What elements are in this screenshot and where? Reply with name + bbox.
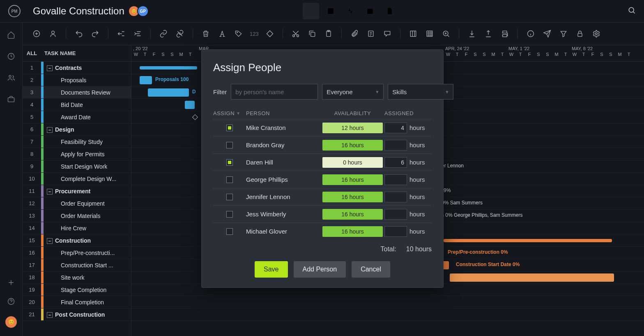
tag-icon[interactable] bbox=[233, 28, 244, 39]
paste-icon[interactable] bbox=[323, 28, 334, 39]
add-icon[interactable] bbox=[7, 278, 15, 288]
filter-icon[interactable] bbox=[558, 28, 569, 39]
gantt-bar[interactable] bbox=[148, 88, 189, 97]
trash-icon[interactable] bbox=[200, 28, 211, 39]
task-row[interactable]: 10Complete Design W... bbox=[23, 173, 131, 185]
assign-checkbox[interactable] bbox=[226, 194, 233, 200]
list-view-icon[interactable] bbox=[263, 3, 280, 19]
expand-icon[interactable]: − bbox=[47, 189, 53, 195]
column-availability[interactable]: AVAILABILITY bbox=[321, 110, 384, 116]
redo-icon[interactable] bbox=[90, 28, 101, 39]
add-circle-icon[interactable] bbox=[31, 28, 42, 39]
task-row[interactable]: 16Prep/Pre-constructi... bbox=[23, 247, 131, 259]
gantt-bar[interactable] bbox=[185, 101, 195, 109]
assign-checkbox[interactable] bbox=[226, 159, 233, 166]
outdent-icon[interactable] bbox=[116, 28, 126, 39]
expand-icon[interactable]: − bbox=[47, 65, 53, 71]
expand-icon[interactable]: − bbox=[47, 127, 53, 133]
cut-icon[interactable] bbox=[290, 28, 301, 39]
export-icon[interactable] bbox=[483, 28, 494, 39]
person-icon[interactable] bbox=[48, 28, 58, 39]
task-row[interactable]: 15−Construction bbox=[23, 234, 131, 247]
gantt-bar[interactable] bbox=[140, 66, 197, 70]
print-icon[interactable] bbox=[499, 28, 510, 39]
note-icon[interactable] bbox=[366, 28, 376, 39]
assigned-hours-input[interactable] bbox=[384, 123, 407, 133]
column-assign[interactable]: ASSIGN▼ bbox=[213, 110, 246, 116]
comment-icon[interactable] bbox=[382, 28, 393, 39]
filter-skills-select[interactable]: Skills▼ bbox=[388, 84, 453, 100]
assign-checkbox[interactable] bbox=[226, 125, 233, 131]
task-row[interactable]: 20Final Completion bbox=[23, 296, 131, 308]
avatar-stack[interactable]: 😊 GP bbox=[131, 5, 149, 17]
people-icon[interactable] bbox=[7, 74, 15, 83]
assigned-hours-input[interactable] bbox=[384, 226, 407, 237]
milestone-icon[interactable] bbox=[192, 114, 198, 120]
diamond-icon[interactable] bbox=[264, 28, 275, 39]
filter-everyone-select[interactable]: Everyone▼ bbox=[322, 84, 384, 100]
task-row[interactable]: 18Site work bbox=[23, 271, 131, 284]
assigned-hours-input[interactable] bbox=[384, 157, 407, 168]
undo-icon[interactable] bbox=[74, 28, 84, 39]
assign-checkbox[interactable] bbox=[226, 228, 233, 235]
lock-icon[interactable] bbox=[575, 28, 585, 39]
home-icon[interactable] bbox=[7, 31, 15, 41]
app-logo[interactable]: PM bbox=[8, 5, 21, 17]
task-row[interactable]: 1−Contracts bbox=[23, 62, 131, 74]
copy-icon[interactable] bbox=[307, 28, 317, 39]
task-row[interactable]: 6−Design bbox=[23, 123, 131, 136]
file-view-icon[interactable] bbox=[382, 3, 398, 19]
task-row[interactable]: 9Start Design Work bbox=[23, 160, 131, 173]
info-icon[interactable] bbox=[525, 28, 536, 39]
save-button[interactable]: Save bbox=[255, 261, 288, 278]
assigned-hours-input[interactable] bbox=[384, 174, 407, 185]
task-row[interactable]: 4Bid Date bbox=[23, 99, 131, 111]
grid-icon[interactable] bbox=[424, 28, 435, 39]
user-avatar[interactable]: 😊 bbox=[5, 316, 17, 328]
settings-icon[interactable] bbox=[591, 28, 602, 39]
task-row[interactable]: 7Feasibility Study bbox=[23, 136, 131, 148]
task-row[interactable]: 5Award Date bbox=[23, 111, 131, 123]
sheet-view-icon[interactable] bbox=[322, 3, 339, 19]
cancel-button[interactable]: Cancel bbox=[352, 261, 390, 278]
assigned-hours-input[interactable] bbox=[384, 209, 407, 220]
task-row[interactable]: 2Proposals bbox=[23, 74, 131, 86]
filter-name-input[interactable] bbox=[231, 84, 318, 100]
assign-checkbox[interactable] bbox=[226, 211, 233, 218]
avatar[interactable]: GP bbox=[137, 5, 149, 17]
task-row[interactable]: 12Order Equipment bbox=[23, 197, 131, 210]
task-row[interactable]: 14Hire Crew bbox=[23, 222, 131, 234]
unlink-icon[interactable] bbox=[175, 28, 185, 39]
assigned-hours-input[interactable] bbox=[384, 140, 407, 151]
add-person-button[interactable]: Add Person bbox=[294, 261, 346, 278]
clock-icon[interactable] bbox=[7, 52, 15, 62]
task-row[interactable]: 3Documents Review bbox=[23, 86, 131, 99]
send-icon[interactable] bbox=[542, 28, 552, 39]
task-row[interactable]: 17Construction Start ... bbox=[23, 259, 131, 271]
assign-checkbox[interactable] bbox=[226, 176, 233, 183]
task-row[interactable]: 13Order Materials bbox=[23, 210, 131, 222]
gantt-view-icon[interactable] bbox=[303, 3, 319, 19]
column-person[interactable]: PERSON bbox=[246, 110, 321, 116]
activity-view-icon[interactable] bbox=[342, 3, 359, 19]
attach-icon[interactable] bbox=[349, 28, 360, 39]
indent-icon[interactable] bbox=[132, 28, 143, 39]
gantt-bar[interactable] bbox=[450, 273, 614, 282]
column-assigned[interactable]: ASSIGNED bbox=[384, 110, 432, 116]
help-icon[interactable] bbox=[7, 297, 15, 307]
zoom-icon[interactable] bbox=[441, 28, 451, 39]
briefcase-icon[interactable] bbox=[7, 95, 15, 105]
task-row[interactable]: 8Apply for Permits bbox=[23, 148, 131, 160]
assign-checkbox[interactable] bbox=[226, 142, 233, 148]
gantt-bar[interactable] bbox=[140, 76, 152, 84]
board-view-icon[interactable] bbox=[283, 3, 299, 19]
gantt-bar[interactable] bbox=[444, 239, 612, 242]
column-task-name[interactable]: TASK NAME bbox=[41, 50, 131, 56]
search-icon[interactable] bbox=[628, 6, 636, 16]
task-row[interactable]: 19Stage Completion bbox=[23, 284, 131, 296]
import-icon[interactable] bbox=[467, 28, 477, 39]
calendar-view-icon[interactable] bbox=[362, 3, 378, 19]
task-row[interactable]: 21−Post Construction bbox=[23, 308, 131, 321]
text-icon[interactable] bbox=[217, 28, 228, 39]
columns-icon[interactable] bbox=[408, 28, 419, 39]
